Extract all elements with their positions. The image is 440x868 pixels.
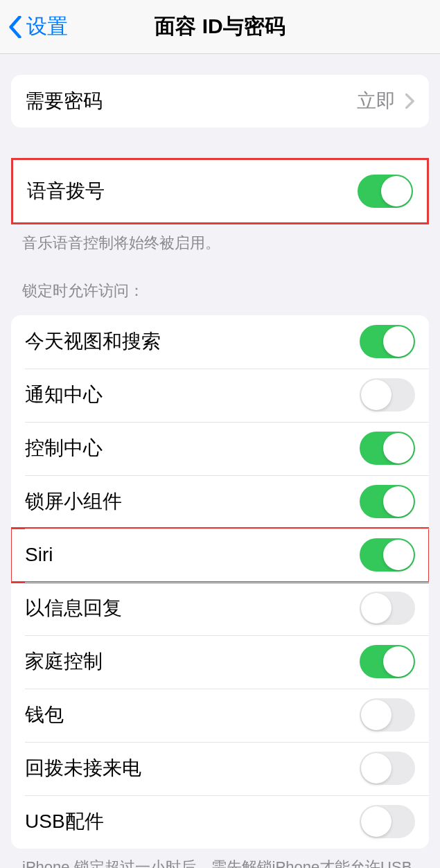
lock-access-toggle[interactable] xyxy=(360,698,415,732)
lock-access-toggle[interactable] xyxy=(360,805,415,838)
lock-access-label: 以信息回复 xyxy=(25,595,122,621)
chevron-right-icon xyxy=(405,94,415,109)
lock-access-row: Siri xyxy=(11,529,429,582)
lock-access-label: 家庭控制 xyxy=(25,648,103,675)
lock-access-label: 今天视图和搜索 xyxy=(25,328,161,355)
lock-access-toggle[interactable] xyxy=(360,592,415,625)
lock-access-label: 通知中心 xyxy=(25,382,103,408)
lock-access-row: 回拨未接来电 xyxy=(11,742,429,795)
require-passcode-group: 需要密码 立即 xyxy=(11,75,429,127)
lock-access-toggle[interactable] xyxy=(360,485,415,518)
voice-dial-row: 语音拨号 xyxy=(13,160,427,222)
require-passcode-value-text: 立即 xyxy=(357,88,396,114)
back-button[interactable]: 设置 xyxy=(8,12,68,41)
lock-access-label: 回拨未接来电 xyxy=(25,755,141,781)
lock-access-list: 今天视图和搜索通知中心控制中心锁屏小组件Siri以信息回复家庭控制钱包回拨未接来… xyxy=(11,315,429,849)
voice-dial-toggle[interactable] xyxy=(358,175,413,208)
require-passcode-row[interactable]: 需要密码 立即 xyxy=(11,75,429,127)
lock-access-label: Siri xyxy=(25,544,53,566)
lock-access-label: 控制中心 xyxy=(25,435,103,461)
lock-access-header: 锁定时允许访问： xyxy=(0,281,440,308)
lock-access-row: 控制中心 xyxy=(11,422,429,475)
lock-access-toggle[interactable] xyxy=(360,752,415,785)
voice-dial-group: 语音拨号 xyxy=(11,158,429,224)
lock-access-label: 钱包 xyxy=(25,702,64,728)
lock-access-label: 锁屏小组件 xyxy=(25,488,122,515)
lock-access-row: 以信息回复 xyxy=(11,582,429,635)
lock-access-toggle[interactable] xyxy=(360,538,415,572)
lock-access-row: 家庭控制 xyxy=(11,635,429,689)
chevron-left-icon xyxy=(8,16,22,38)
voice-dial-note: 音乐语音控制将始终被启用。 xyxy=(0,224,440,254)
lock-access-label: USB配件 xyxy=(25,808,104,835)
lock-access-toggle[interactable] xyxy=(360,432,415,465)
lock-access-toggle[interactable] xyxy=(360,378,415,411)
lock-access-row: USB配件 xyxy=(11,795,429,849)
lock-access-row: 通知中心 xyxy=(11,369,429,422)
lock-access-row: 锁屏小组件 xyxy=(11,475,429,529)
lock-access-toggle[interactable] xyxy=(360,325,415,358)
lock-access-toggle[interactable] xyxy=(360,645,415,678)
lock-access-row: 钱包 xyxy=(11,689,429,742)
back-label: 设置 xyxy=(26,12,68,41)
navigation-bar: 设置 面容 ID与密码 xyxy=(0,0,440,54)
voice-dial-label: 语音拨号 xyxy=(27,178,105,204)
lock-access-footer: iPhone 锁定超过一小时后，需先解锁iPhone才能允许USB 配件连接。 xyxy=(0,849,440,868)
require-passcode-label: 需要密码 xyxy=(25,88,103,114)
lock-access-row: 今天视图和搜索 xyxy=(11,315,429,369)
require-passcode-value: 立即 xyxy=(357,88,415,114)
